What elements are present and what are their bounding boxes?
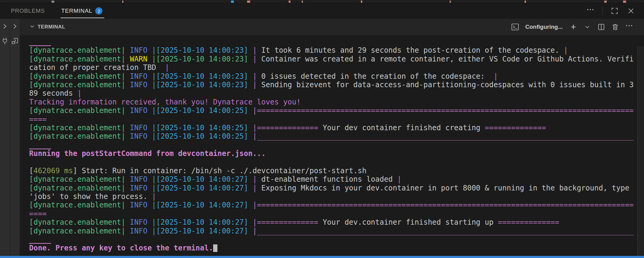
terminal-count-badge: 2 bbox=[95, 7, 102, 15]
terminal-line: ==== bbox=[29, 210, 644, 218]
terminal-view: TERMINAL Configuring... + bbox=[20, 19, 644, 256]
plug-icon[interactable] bbox=[1, 37, 9, 45]
terminal-status-label: Configuring... bbox=[525, 24, 563, 30]
terminal-line: [dynatrace.enablement| INFO |[2025-10-10… bbox=[29, 132, 644, 141]
tab-bar-actions: ⋯ bbox=[586, 6, 636, 15]
tab-problems[interactable]: PROBLEMS bbox=[11, 3, 45, 19]
tab-problems-label: PROBLEMS bbox=[11, 8, 45, 14]
more-actions-icon[interactable]: ⋯ bbox=[586, 6, 595, 15]
terminal-cursor bbox=[213, 244, 217, 252]
editor-text-mark bbox=[122, 1, 123, 3]
terminal-actions: Configuring... + bbox=[511, 22, 634, 32]
side-rail-debug bbox=[10, 19, 20, 256]
editor-text-mark bbox=[289, 1, 290, 3]
terminal-line bbox=[29, 158, 644, 166]
editor-text-mark bbox=[525, 1, 526, 3]
chevron-down-icon bbox=[29, 23, 35, 31]
terminal-line: 89 seconds | bbox=[29, 89, 644, 98]
terminal-section-toggle[interactable]: TERMINAL bbox=[29, 23, 65, 31]
terminal-line: [dynatrace.enablement| INFO |[2025-10-10… bbox=[29, 72, 644, 81]
actions-divider bbox=[602, 7, 603, 15]
debug-console-icon[interactable] bbox=[11, 37, 19, 45]
terminal-line: [dynatrace.enablement| INFO |[2025-10-10… bbox=[29, 184, 644, 192]
terminal-line: ==== bbox=[29, 115, 644, 124]
side-rail-ports bbox=[0, 19, 10, 256]
vscode-panel-window: PROBLEMS TERMINAL 2 ⋯ bbox=[0, 0, 644, 258]
terminal-line: [dynatrace.enablement| INFO |[2025-10-10… bbox=[29, 81, 644, 89]
editor-text-mark bbox=[231, 1, 234, 3]
chevron-right-icon[interactable] bbox=[1, 22, 9, 30]
terminal-output[interactable]: _____[dynatrace.enablement| INFO |[2025-… bbox=[20, 35, 644, 256]
editor-text-mark bbox=[361, 1, 362, 3]
terminal-scrollbar[interactable] bbox=[637, 46, 644, 256]
terminal-line: [dynatrace.enablement| INFO |[2025-10-10… bbox=[29, 124, 644, 132]
editor-text-mark bbox=[604, 1, 607, 3]
terminal-line: Tracking information received, thank you… bbox=[29, 98, 644, 106]
terminal-line: [dynatrace.enablement| INFO |[2025-10-10… bbox=[29, 218, 644, 227]
status-bar-edge bbox=[0, 256, 644, 258]
editor-text-mark bbox=[247, 1, 250, 3]
terminal-line: cation of proper creation TBD | bbox=[29, 63, 644, 72]
editor-text-mark bbox=[450, 1, 451, 3]
terminal-line: [dynatrace.enablement| INFO |[2025-10-10… bbox=[29, 175, 644, 184]
kill-terminal-trash-icon[interactable] bbox=[611, 22, 619, 32]
close-panel-icon[interactable] bbox=[626, 6, 636, 15]
terminal-line: 'jobs' to show the process. | bbox=[29, 192, 644, 201]
editor-text-mark bbox=[302, 1, 303, 3]
maximize-panel-icon[interactable] bbox=[610, 6, 619, 15]
new-terminal-button[interactable]: + bbox=[569, 22, 577, 32]
terminal-view-header: TERMINAL Configuring... + bbox=[20, 19, 644, 35]
terminal-line: [dynatrace.enablement| WARN |[2025-10-10… bbox=[29, 55, 644, 63]
editor-sliver bbox=[0, 0, 644, 3]
tab-terminal[interactable]: TERMINAL 2 bbox=[61, 3, 102, 19]
terminal-line: [dynatrace.enablement| INFO |[2025-10-10… bbox=[29, 201, 644, 209]
terminal-line: Running the postStartCommand from devcon… bbox=[29, 149, 644, 158]
terminal-line: [462069 ms] Start: Run in container: /bi… bbox=[29, 167, 644, 175]
terminal-profile-icon bbox=[511, 22, 519, 32]
panel-tabs: PROBLEMS TERMINAL 2 bbox=[11, 3, 102, 19]
panel-body: TERMINAL Configuring... + bbox=[0, 19, 644, 256]
chevron-right-icon[interactable] bbox=[11, 22, 19, 30]
terminal-line: _____ bbox=[29, 235, 644, 244]
terminal-line: [dynatrace.enablement| INFO |[2025-10-10… bbox=[29, 227, 644, 235]
terminal-profile-dropdown-icon[interactable] bbox=[583, 22, 591, 32]
editor-text-mark bbox=[623, 1, 626, 3]
terminal-line: [dynatrace.enablement| INFO |[2025-10-10… bbox=[29, 46, 644, 55]
terminal-more-actions-icon[interactable]: ⋯ bbox=[625, 22, 634, 32]
panel-tab-bar: PROBLEMS TERMINAL 2 ⋯ bbox=[0, 3, 644, 19]
terminal-line: _____ bbox=[29, 38, 644, 46]
terminal-line: _____ bbox=[29, 141, 644, 149]
editor-text-mark bbox=[52, 1, 54, 3]
terminal-section-title: TERMINAL bbox=[38, 24, 65, 30]
terminal-line: Done. Press any key to close the termina… bbox=[29, 244, 644, 252]
tab-terminal-label: TERMINAL bbox=[61, 8, 92, 14]
split-terminal-icon[interactable] bbox=[597, 22, 605, 32]
terminal-line: [dynatrace.enablement| INFO |[2025-10-10… bbox=[29, 106, 644, 115]
